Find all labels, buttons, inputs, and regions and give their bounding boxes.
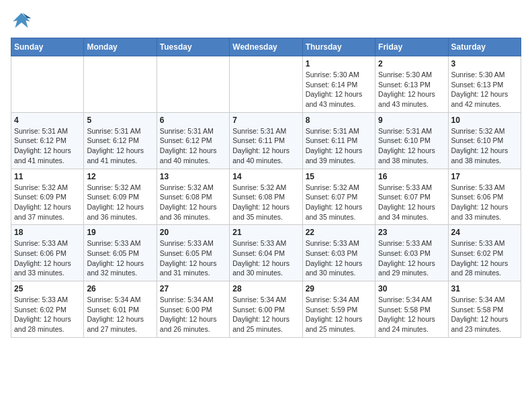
- calendar-week-5: 25Sunrise: 5:33 AM Sunset: 6:02 PM Dayli…: [11, 281, 521, 338]
- calendar-cell: 8Sunrise: 5:31 AM Sunset: 6:11 PM Daylig…: [302, 112, 375, 169]
- day-number: 31: [451, 284, 518, 293]
- calendar-cell: 14Sunrise: 5:32 AM Sunset: 6:08 PM Dayli…: [230, 169, 302, 225]
- day-info: Sunrise: 5:32 AM Sunset: 6:10 PM Dayligh…: [451, 126, 518, 166]
- calendar-cell: 18Sunrise: 5:33 AM Sunset: 6:06 PM Dayli…: [11, 225, 84, 281]
- day-info: Sunrise: 5:32 AM Sunset: 6:08 PM Dayligh…: [232, 183, 299, 222]
- calendar-cell: 7Sunrise: 5:31 AM Sunset: 6:11 PM Daylig…: [230, 112, 302, 169]
- day-info: Sunrise: 5:31 AM Sunset: 6:12 PM Dayligh…: [160, 126, 226, 166]
- day-number: 5: [87, 116, 153, 125]
- calendar-cell: 22Sunrise: 5:33 AM Sunset: 6:03 PM Dayli…: [302, 225, 375, 281]
- day-info: Sunrise: 5:33 AM Sunset: 6:02 PM Dayligh…: [451, 238, 518, 278]
- day-info: Sunrise: 5:33 AM Sunset: 6:06 PM Dayligh…: [451, 183, 518, 222]
- day-info: Sunrise: 5:34 AM Sunset: 6:01 PM Dayligh…: [87, 295, 153, 334]
- day-number: 24: [451, 228, 518, 237]
- day-info: Sunrise: 5:31 AM Sunset: 6:12 PM Dayligh…: [14, 126, 81, 166]
- day-info: Sunrise: 5:31 AM Sunset: 6:10 PM Dayligh…: [378, 126, 445, 166]
- day-number: 4: [14, 116, 81, 125]
- calendar-cell: 15Sunrise: 5:32 AM Sunset: 6:07 PM Dayli…: [302, 169, 375, 225]
- calendar-cell: 13Sunrise: 5:32 AM Sunset: 6:08 PM Dayli…: [157, 169, 229, 225]
- calendar-cell: 5Sunrise: 5:31 AM Sunset: 6:12 PM Daylig…: [84, 112, 157, 169]
- calendar-cell: 9Sunrise: 5:31 AM Sunset: 6:10 PM Daylig…: [375, 112, 448, 169]
- day-info: Sunrise: 5:33 AM Sunset: 6:03 PM Dayligh…: [306, 238, 372, 278]
- day-number: 27: [160, 284, 226, 293]
- day-number: 16: [378, 172, 445, 181]
- day-info: Sunrise: 5:31 AM Sunset: 6:12 PM Dayligh…: [87, 126, 153, 166]
- calendar-week-4: 18Sunrise: 5:33 AM Sunset: 6:06 PM Dayli…: [11, 225, 521, 281]
- day-info: Sunrise: 5:30 AM Sunset: 6:13 PM Dayligh…: [451, 70, 518, 109]
- day-number: 11: [14, 172, 81, 181]
- calendar-cell: 31Sunrise: 5:34 AM Sunset: 5:58 PM Dayli…: [448, 281, 521, 338]
- day-number: 26: [87, 284, 153, 293]
- day-info: Sunrise: 5:33 AM Sunset: 6:05 PM Dayligh…: [87, 238, 153, 278]
- day-number: 21: [232, 228, 299, 237]
- calendar-cell: [11, 56, 84, 113]
- calendar-cell: 21Sunrise: 5:33 AM Sunset: 6:04 PM Dayli…: [230, 225, 302, 281]
- day-info: Sunrise: 5:30 AM Sunset: 6:14 PM Dayligh…: [306, 70, 372, 109]
- logo-icon: [11, 11, 32, 32]
- calendar-cell: 30Sunrise: 5:34 AM Sunset: 5:58 PM Dayli…: [375, 281, 448, 338]
- day-info: Sunrise: 5:33 AM Sunset: 6:04 PM Dayligh…: [232, 238, 299, 278]
- calendar-cell: 4Sunrise: 5:31 AM Sunset: 6:12 PM Daylig…: [11, 112, 84, 169]
- day-info: Sunrise: 5:33 AM Sunset: 6:06 PM Dayligh…: [14, 238, 81, 278]
- calendar-cell: 17Sunrise: 5:33 AM Sunset: 6:06 PM Dayli…: [448, 169, 521, 225]
- day-info: Sunrise: 5:32 AM Sunset: 6:09 PM Dayligh…: [87, 183, 153, 222]
- calendar-cell: 20Sunrise: 5:33 AM Sunset: 6:05 PM Dayli…: [157, 225, 229, 281]
- day-number: 9: [378, 116, 445, 125]
- day-number: 3: [451, 59, 518, 68]
- weekday-header-friday: Friday: [375, 38, 448, 56]
- weekday-header-wednesday: Wednesday: [230, 38, 302, 56]
- day-number: 17: [451, 172, 518, 181]
- calendar-cell: 3Sunrise: 5:30 AM Sunset: 6:13 PM Daylig…: [448, 56, 521, 113]
- day-info: Sunrise: 5:30 AM Sunset: 6:13 PM Dayligh…: [378, 70, 445, 109]
- weekday-header-sunday: Sunday: [11, 38, 84, 56]
- calendar-cell: 6Sunrise: 5:31 AM Sunset: 6:12 PM Daylig…: [157, 112, 229, 169]
- weekday-header-thursday: Thursday: [302, 38, 375, 56]
- day-info: Sunrise: 5:33 AM Sunset: 6:07 PM Dayligh…: [378, 183, 445, 222]
- calendar-cell: 10Sunrise: 5:32 AM Sunset: 6:10 PM Dayli…: [448, 112, 521, 169]
- weekday-header-tuesday: Tuesday: [157, 38, 229, 56]
- day-info: Sunrise: 5:32 AM Sunset: 6:07 PM Dayligh…: [306, 183, 372, 222]
- day-info: Sunrise: 5:34 AM Sunset: 5:59 PM Dayligh…: [306, 295, 372, 334]
- calendar-cell: 12Sunrise: 5:32 AM Sunset: 6:09 PM Dayli…: [84, 169, 157, 225]
- calendar-cell: 23Sunrise: 5:33 AM Sunset: 6:03 PM Dayli…: [375, 225, 448, 281]
- calendar-cell: 26Sunrise: 5:34 AM Sunset: 6:01 PM Dayli…: [84, 281, 157, 338]
- calendar-cell: 11Sunrise: 5:32 AM Sunset: 6:09 PM Dayli…: [11, 169, 84, 225]
- calendar-header-row: SundayMondayTuesdayWednesdayThursdayFrid…: [11, 38, 521, 56]
- calendar-cell: 29Sunrise: 5:34 AM Sunset: 5:59 PM Dayli…: [302, 281, 375, 338]
- calendar-cell: [84, 56, 157, 113]
- day-number: 1: [306, 59, 372, 68]
- calendar-cell: 16Sunrise: 5:33 AM Sunset: 6:07 PM Dayli…: [375, 169, 448, 225]
- day-number: 12: [87, 172, 153, 181]
- calendar-cell: 27Sunrise: 5:34 AM Sunset: 6:00 PM Dayli…: [157, 281, 229, 338]
- calendar-cell: 24Sunrise: 5:33 AM Sunset: 6:02 PM Dayli…: [448, 225, 521, 281]
- day-info: Sunrise: 5:34 AM Sunset: 5:58 PM Dayligh…: [378, 295, 445, 334]
- day-number: 14: [232, 172, 299, 181]
- day-number: 13: [160, 172, 226, 181]
- day-info: Sunrise: 5:32 AM Sunset: 6:09 PM Dayligh…: [14, 183, 81, 222]
- calendar-week-2: 4Sunrise: 5:31 AM Sunset: 6:12 PM Daylig…: [11, 112, 521, 169]
- day-number: 10: [451, 116, 518, 125]
- day-number: 7: [232, 116, 299, 125]
- day-info: Sunrise: 5:31 AM Sunset: 6:11 PM Dayligh…: [306, 126, 372, 166]
- day-number: 22: [306, 228, 372, 237]
- day-number: 18: [14, 228, 81, 237]
- day-number: 20: [160, 228, 226, 237]
- calendar-cell: 2Sunrise: 5:30 AM Sunset: 6:13 PM Daylig…: [375, 56, 448, 113]
- day-info: Sunrise: 5:31 AM Sunset: 6:11 PM Dayligh…: [232, 126, 299, 166]
- calendar-cell: [157, 56, 229, 113]
- day-number: 29: [306, 284, 372, 293]
- day-number: 19: [87, 228, 153, 237]
- day-number: 2: [378, 59, 445, 68]
- weekday-header-monday: Monday: [84, 38, 157, 56]
- day-number: 6: [160, 116, 226, 125]
- day-number: 25: [14, 284, 81, 293]
- day-info: Sunrise: 5:33 AM Sunset: 6:03 PM Dayligh…: [378, 238, 445, 278]
- calendar-table: SundayMondayTuesdayWednesdayThursdayFrid…: [11, 38, 521, 338]
- day-info: Sunrise: 5:34 AM Sunset: 6:00 PM Dayligh…: [232, 295, 299, 334]
- weekday-header-saturday: Saturday: [448, 38, 521, 56]
- day-info: Sunrise: 5:33 AM Sunset: 6:02 PM Dayligh…: [14, 295, 81, 334]
- day-number: 8: [306, 116, 372, 125]
- day-info: Sunrise: 5:34 AM Sunset: 5:58 PM Dayligh…: [451, 295, 518, 334]
- day-number: 15: [306, 172, 372, 181]
- day-number: 23: [378, 228, 445, 237]
